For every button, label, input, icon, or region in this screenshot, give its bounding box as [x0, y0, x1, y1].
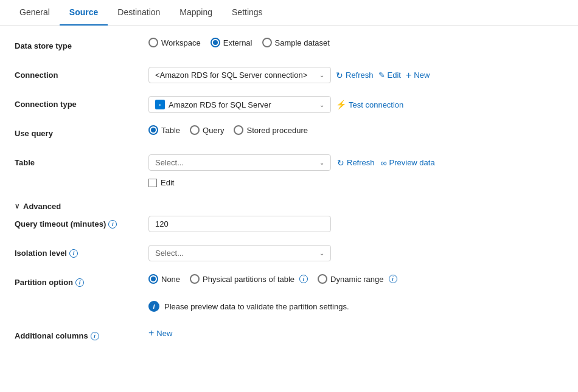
advanced-toggle[interactable]: ∨ Advanced	[15, 197, 563, 216]
data-store-type-row: Data store type Workspace External Sampl…	[15, 38, 563, 57]
partition-info-text: Please preview data to validate the part…	[164, 302, 349, 311]
radio-workspace-label: Workspace	[161, 38, 201, 47]
use-query-label: Use query	[15, 125, 148, 138]
radio-none[interactable]: None	[148, 274, 180, 284]
chevron-down-icon-4: ⌄	[319, 250, 324, 256]
source-form: Data store type Workspace External Sampl…	[0, 26, 578, 369]
radio-query-circle	[190, 125, 200, 135]
radio-dynamic-range[interactable]: Dynamic range i	[318, 274, 397, 284]
isolation-level-dropdown[interactable]: Select... ⌄	[148, 245, 331, 261]
connection-edit-label: Edit	[388, 70, 401, 80]
test-connection-button[interactable]: ⚡ Test connection	[336, 100, 403, 109]
table-placeholder: Select...	[155, 158, 184, 167]
additional-columns-row: Additional columns i + New	[15, 328, 563, 347]
isolation-level-row: Isolation level i Select... ⌄	[15, 245, 563, 264]
additional-columns-new-label: New	[156, 329, 172, 338]
additional-columns-info-icon: i	[91, 332, 99, 340]
table-edit-label: Edit	[161, 178, 174, 187]
connection-new-button[interactable]: + New	[406, 70, 430, 81]
advanced-section: ∨ Advanced Query timeout (minutes) i Iso…	[15, 197, 563, 318]
query-timeout-info-icon: i	[108, 220, 117, 229]
partition-info-banner: i Please preview data to validate the pa…	[148, 298, 349, 314]
radio-physical-label: Physical partitions of table	[203, 275, 294, 284]
preview-icon: ∞	[381, 158, 387, 168]
connection-new-label: New	[414, 70, 430, 80]
data-store-type-control: Workspace External Sample dataset	[148, 38, 563, 47]
radio-table[interactable]: Table	[148, 125, 180, 135]
radio-none-label: None	[161, 275, 180, 284]
partition-option-info-icon: i	[75, 278, 84, 287]
data-store-type-label: Data store type	[15, 38, 148, 50]
tab-source[interactable]: Source	[60, 0, 108, 26]
chevron-down-icon-3: ⌄	[319, 159, 324, 166]
use-query-control: Table Query Stored procedure	[148, 125, 563, 135]
tab-destination[interactable]: Destination	[108, 0, 170, 26]
connection-refresh-button[interactable]: ↻ Refresh	[336, 70, 374, 80]
partition-info-row: i Please preview data to validate the pa…	[15, 298, 563, 318]
radio-table-circle	[148, 125, 158, 135]
connection-value: <Amazon RDS for SQL Server connection>	[155, 70, 307, 80]
use-query-row: Use query Table Query Stored procedure	[15, 125, 563, 145]
radio-sample-dataset[interactable]: Sample dataset	[262, 38, 330, 47]
radio-external[interactable]: External	[211, 38, 252, 47]
table-dropdown[interactable]: Select... ⌄	[148, 154, 331, 171]
test-connection-icon: ⚡	[336, 100, 346, 109]
connection-control: <Amazon RDS for SQL Server connection> ⌄…	[148, 67, 563, 83]
additional-columns-control: + New	[148, 328, 563, 339]
connection-refresh-label: Refresh	[346, 70, 374, 80]
radio-workspace[interactable]: Workspace	[148, 38, 201, 47]
radio-none-circle	[148, 274, 158, 284]
radio-query-label: Query	[203, 126, 224, 135]
radio-physical-circle	[190, 274, 200, 284]
table-edit-checkbox[interactable]	[148, 179, 157, 187]
connection-type-row: Connection type ▪ Amazon RDS for SQL Ser…	[15, 96, 563, 115]
isolation-level-control: Select... ⌄	[148, 245, 563, 261]
partition-info-banner-icon: i	[148, 301, 159, 312]
test-connection-label: Test connection	[349, 100, 403, 109]
connection-type-value: Amazon RDS for SQL Server	[169, 100, 271, 109]
plus-icon: +	[406, 70, 411, 81]
chevron-down-advanced-icon: ∨	[15, 202, 19, 210]
partition-info-control: i Please preview data to validate the pa…	[148, 298, 563, 314]
table-control: Select... ⌄ ↻ Refresh ∞ Preview data Edi…	[148, 154, 563, 187]
connection-label: Connection	[15, 67, 148, 80]
radio-sample-dataset-circle	[262, 38, 272, 47]
query-timeout-input[interactable]	[148, 216, 331, 232]
table-refresh-label: Refresh	[347, 158, 375, 167]
query-timeout-row: Query timeout (minutes) i	[15, 216, 563, 235]
radio-table-label: Table	[161, 126, 180, 135]
connection-type-dropdown[interactable]: ▪ Amazon RDS for SQL Server ⌄	[148, 96, 331, 113]
connection-type-label: Connection type	[15, 96, 148, 109]
table-refresh-button[interactable]: ↻ Refresh	[337, 158, 375, 168]
table-preview-label: Preview data	[389, 158, 435, 167]
tab-mapping[interactable]: Mapping	[170, 0, 222, 26]
radio-stored-procedure-label: Stored procedure	[246, 126, 307, 135]
connection-dropdown[interactable]: <Amazon RDS for SQL Server connection> ⌄	[148, 67, 331, 83]
chevron-down-icon: ⌄	[319, 72, 324, 78]
chevron-down-icon-2: ⌄	[319, 101, 324, 108]
isolation-level-label: Isolation level i	[15, 245, 148, 258]
table-refresh-icon: ↻	[337, 158, 344, 168]
query-timeout-control	[148, 216, 563, 232]
query-timeout-label: Query timeout (minutes) i	[15, 216, 148, 229]
tab-settings[interactable]: Settings	[222, 0, 273, 26]
table-edit-wrap: Edit	[148, 178, 174, 187]
advanced-label: Advanced	[23, 202, 61, 211]
radio-stored-procedure[interactable]: Stored procedure	[234, 125, 307, 135]
tab-bar: General Source Destination Mapping Setti…	[0, 0, 578, 26]
radio-dynamic-label: Dynamic range	[330, 275, 383, 284]
table-preview-button[interactable]: ∞ Preview data	[381, 158, 435, 168]
radio-physical-partitions[interactable]: Physical partitions of table i	[190, 274, 308, 284]
radio-external-label: External	[223, 38, 252, 47]
additional-columns-plus-icon: +	[148, 328, 154, 339]
radio-query[interactable]: Query	[190, 125, 224, 135]
physical-partitions-info-icon: i	[299, 275, 308, 283]
additional-columns-new-button[interactable]: + New	[148, 328, 172, 339]
connection-edit-button[interactable]: ✎ Edit	[378, 70, 401, 80]
refresh-icon: ↻	[336, 70, 343, 80]
radio-stored-procedure-circle	[234, 125, 243, 135]
partition-info-spacer	[15, 298, 148, 302]
table-label: Table	[15, 154, 148, 167]
tab-general[interactable]: General	[10, 0, 60, 26]
connection-row: Connection <Amazon RDS for SQL Server co…	[15, 67, 563, 86]
